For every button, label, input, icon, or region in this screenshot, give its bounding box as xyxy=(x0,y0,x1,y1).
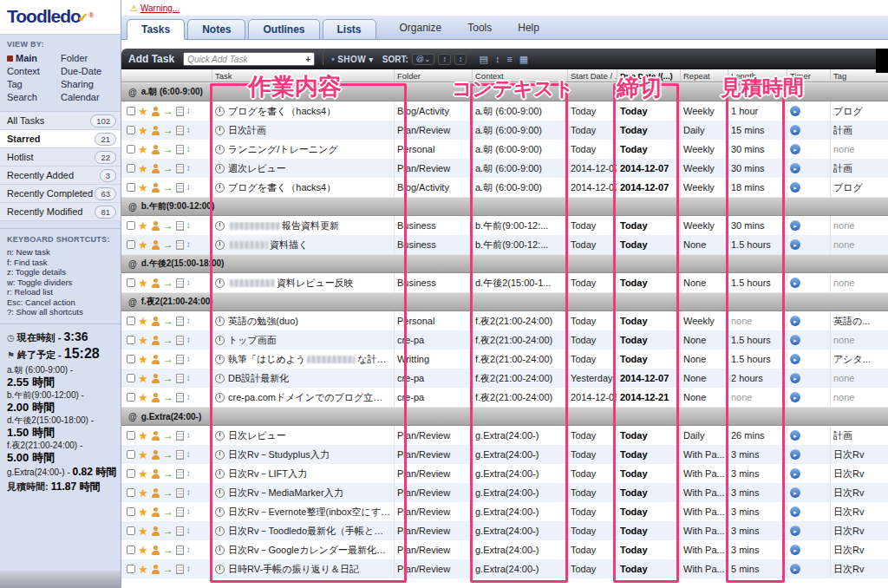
add-task-button[interactable]: Add Task xyxy=(128,53,174,65)
start-date-cell[interactable]: Today xyxy=(568,445,617,464)
timer-start-icon[interactable]: ▸ xyxy=(790,220,800,231)
goto-icon[interactable]: → xyxy=(163,335,173,345)
sidebar-view-recently-completed[interactable]: Recently Completed63 xyxy=(0,185,121,203)
context-cell[interactable]: g.Extra(24:00-) xyxy=(473,502,568,521)
timer-start-icon[interactable]: ▸ xyxy=(790,449,800,460)
timer-start-icon[interactable]: ▸ xyxy=(790,144,800,154)
checkbox[interactable] xyxy=(127,488,135,497)
timer-start-icon[interactable]: ▸ xyxy=(790,163,800,173)
star-icon[interactable]: ★ xyxy=(138,239,148,251)
checkbox[interactable] xyxy=(127,278,135,287)
goto-icon[interactable]: → xyxy=(163,106,173,116)
timer-start-icon[interactable]: ▸ xyxy=(790,335,800,345)
folder-cell[interactable]: Plan/Review xyxy=(395,464,473,483)
star-icon[interactable]: ★ xyxy=(138,506,148,518)
reorder-icon[interactable]: ↕ xyxy=(186,278,191,287)
toodledo-logo[interactable]: Toodledo xyxy=(7,6,81,26)
goto-icon[interactable]: → xyxy=(163,430,173,441)
note-icon[interactable] xyxy=(176,565,184,574)
note-icon[interactable] xyxy=(176,107,184,116)
repeat-cell[interactable]: Weekly xyxy=(681,140,728,159)
context-cell[interactable]: g.Extra(24:00-) xyxy=(473,445,568,464)
star-icon[interactable]: ★ xyxy=(138,220,148,232)
note-icon[interactable] xyxy=(176,317,184,326)
reorder-icon[interactable]: ↕ xyxy=(186,507,191,516)
note-icon[interactable] xyxy=(176,526,184,536)
header-cell-due[interactable]: Due Date /(...) xyxy=(617,69,681,82)
due-date-cell[interactable]: Today xyxy=(617,330,681,350)
checkbox[interactable] xyxy=(127,507,135,516)
folder-cell[interactable]: Plan/Review xyxy=(395,521,473,540)
contact-icon[interactable] xyxy=(151,183,160,193)
checkbox[interactable] xyxy=(127,469,135,478)
timer-start-icon[interactable]: ▸ xyxy=(790,564,800,574)
timer-start-icon[interactable]: ▸ xyxy=(790,487,800,498)
contact-icon[interactable] xyxy=(151,145,160,154)
checkbox[interactable] xyxy=(127,546,135,554)
timer-start-icon[interactable]: ▸ xyxy=(790,526,800,536)
tag-cell[interactable]: none xyxy=(831,330,888,350)
task-row[interactable]: ★→↕日次Rv－Studyplus入力Plan/Reviewg.Extra(24… xyxy=(121,445,888,464)
contact-icon[interactable] xyxy=(151,221,160,231)
task-name-cell[interactable]: ブログを書く（hacks4） xyxy=(212,178,395,197)
task-name-cell[interactable]: 日次Rv－Toodledo最新化（手帳と同... xyxy=(212,521,395,540)
due-date-cell[interactable]: Today xyxy=(617,540,681,559)
goto-icon[interactable]: → xyxy=(163,564,173,574)
timer-start-icon[interactable]: ▸ xyxy=(790,125,800,135)
note-icon[interactable] xyxy=(176,164,184,173)
tag-cell[interactable]: 日次Rv xyxy=(831,502,888,521)
repeat-cell[interactable]: With Pa... xyxy=(681,521,728,540)
star-icon[interactable]: ★ xyxy=(138,468,148,480)
list-view-icon[interactable]: ≡ xyxy=(506,54,512,64)
due-date-cell[interactable]: Today xyxy=(617,121,681,140)
tag-cell[interactable]: ブログ xyxy=(831,101,888,121)
folder-cell[interactable]: Writting xyxy=(395,350,473,369)
repeat-cell[interactable]: With Pa... xyxy=(681,445,728,464)
task-name-cell[interactable]: ブログを書く（hacks4） xyxy=(212,101,395,121)
folder-cell[interactable]: Plan/Review xyxy=(395,445,473,464)
star-icon[interactable]: ★ xyxy=(138,278,148,289)
sidebar-view-starred[interactable]: Starred21 xyxy=(0,130,121,148)
note-icon[interactable] xyxy=(176,278,184,288)
start-date-cell[interactable]: 2014-12-06 xyxy=(568,388,617,407)
context-cell[interactable]: a.朝 (6:00-9:00) xyxy=(473,159,568,178)
task-name-cell[interactable]: トップ画面 xyxy=(212,330,395,350)
task-name-cell[interactable]: DB設計最新化 xyxy=(212,369,395,388)
length-cell[interactable]: 1.5 hours xyxy=(728,235,787,254)
context-cell[interactable]: a.朝 (6:00-9:00) xyxy=(473,140,568,159)
length-cell[interactable]: 1.5 hours xyxy=(728,273,787,292)
timer-start-icon[interactable]: ▸ xyxy=(790,545,800,555)
checkbox[interactable] xyxy=(127,145,135,154)
checkbox[interactable] xyxy=(127,126,135,134)
context-cell[interactable]: a.朝 (6:00-9:00) xyxy=(473,178,568,197)
tag-cell[interactable]: ブログ xyxy=(831,178,888,197)
contact-icon[interactable] xyxy=(151,336,160,345)
task-name-cell[interactable]: 日時RV-手帳の振り返り＆日記 xyxy=(212,559,395,578)
repeat-cell[interactable]: None xyxy=(681,235,728,254)
header-cell-repeat[interactable]: Repeat xyxy=(681,69,728,82)
reorder-icon[interactable]: ↕ xyxy=(186,488,191,497)
checkbox[interactable] xyxy=(127,431,135,440)
note-icon[interactable] xyxy=(176,183,184,193)
note-icon[interactable] xyxy=(176,240,184,250)
length-cell[interactable]: 3 mins xyxy=(728,540,787,559)
goto-icon[interactable]: → xyxy=(163,182,173,193)
reorder-icon[interactable]: ↕ xyxy=(186,145,191,154)
length-cell[interactable]: 1 hour xyxy=(728,101,787,121)
task-name-cell[interactable]: 日次計画 xyxy=(212,121,395,140)
context-cell[interactable]: g.Extra(24:00-) xyxy=(473,464,568,483)
folder-cell[interactable]: Plan/Review xyxy=(395,121,473,140)
start-date-cell[interactable]: 2014-12-07 xyxy=(568,178,617,197)
task-row[interactable]: ★→↕報告資料更新Businessb.午前(9:00-12:...TodayTo… xyxy=(121,216,888,235)
quick-add-plus-icon[interactable]: + xyxy=(305,55,310,64)
star-icon[interactable]: ★ xyxy=(138,449,148,461)
tag-cell[interactable]: none xyxy=(831,216,888,235)
timer-start-icon[interactable]: ▸ xyxy=(790,392,800,402)
warning-link[interactable]: Warning... xyxy=(140,3,180,13)
reorder-icon[interactable]: ↕ xyxy=(186,164,191,173)
tag-cell[interactable]: 日次Rv xyxy=(831,483,888,502)
repeat-cell[interactable]: Daily xyxy=(681,426,728,445)
repeat-cell[interactable]: With Pa... xyxy=(681,464,728,483)
task-row[interactable]: ★→↕執筆「はじめような計画書...Writtingf.夜2(21:00-24:… xyxy=(121,350,888,369)
contact-icon[interactable] xyxy=(151,507,160,517)
